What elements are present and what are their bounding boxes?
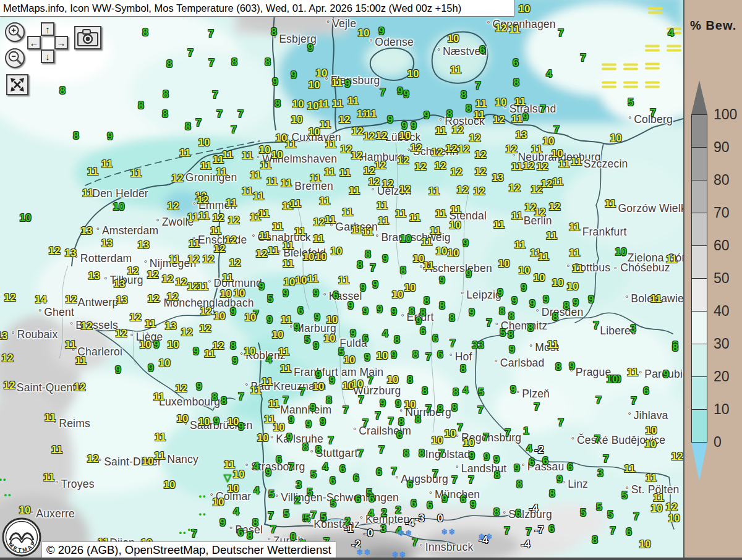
station-temperature-value: 9 <box>348 300 353 311</box>
fullscreen-button[interactable] <box>6 74 28 95</box>
camera-icon <box>77 29 98 46</box>
station-temperature-value: 8 <box>400 265 406 276</box>
station-temperature-value: 12 <box>375 160 386 171</box>
station-temperature-value: 7 <box>425 352 431 362</box>
station-temperature-value: 12 <box>411 143 422 153</box>
pan-up-button[interactable]: ↑ <box>41 22 54 36</box>
station-temperature-value: 10 <box>324 333 336 344</box>
bottom-window-edge <box>0 558 742 560</box>
station-temperature-value: 12 <box>168 201 179 211</box>
station-temperature-value: 11 <box>650 294 662 304</box>
station-temperature-value: 11 <box>313 234 324 244</box>
station-temperature-value: 9 <box>258 281 264 292</box>
zoom-in-button[interactable] <box>5 22 25 42</box>
station-temperature-value: 8 <box>592 535 597 545</box>
zoom-out-button[interactable] <box>5 48 25 68</box>
fog-symbol-icon <box>667 45 681 52</box>
station-temperature-value: 12 <box>176 383 187 394</box>
station-temperature-value: 11 <box>259 231 270 241</box>
station-temperature-value: 0 <box>290 532 296 542</box>
station-temperature-value: 11 <box>75 355 87 366</box>
station-temperature-value: 0 <box>437 513 443 524</box>
station-temperature-value: 10 <box>495 97 507 108</box>
station-temperature-value: -2 <box>534 444 544 455</box>
station-temperature-value: 7 <box>475 80 480 91</box>
station-temperature-value: 9 <box>663 369 668 380</box>
station-temperature-value: 12 <box>369 177 380 187</box>
station-temperature-value: 10 <box>315 252 327 262</box>
station-temperature-value: 7 <box>595 395 601 405</box>
station-temperature-value: -1 <box>344 524 353 534</box>
station-temperature-value: 11 <box>605 198 616 209</box>
station-temperature-value: 8 <box>527 323 533 333</box>
station-temperature-value: 11 <box>325 214 336 225</box>
station-temperature-value: 8 <box>422 386 427 396</box>
station-temperature-value: 9 <box>463 238 468 248</box>
station-temperature-value: 11 <box>493 219 505 230</box>
station-temperature-value: 12 <box>181 327 193 337</box>
station-temperature-value: 8 <box>453 387 458 397</box>
station-temperature-value: 11 <box>278 347 289 357</box>
station-temperature-value: 7 <box>650 108 655 118</box>
station-temperature-value: 5 <box>268 489 274 499</box>
station-temperature-value: 10 <box>234 288 245 299</box>
station-temperature-value: 12 <box>4 292 16 303</box>
legend-tick-label: 0 <box>714 435 722 449</box>
legend-arrow-top <box>691 80 707 114</box>
metmaps-logo: METMAPS <box>1 517 42 558</box>
station-temperature-value: 7 <box>343 405 348 415</box>
station-temperature-value: 8 <box>460 363 466 374</box>
station-temperature-value: 11 <box>571 156 582 167</box>
station-temperature-value: 10 <box>358 28 370 38</box>
city-label: Groningen <box>180 171 237 184</box>
station-temperature-value: 10 <box>292 99 304 109</box>
station-temperature-value: 7 <box>505 428 510 438</box>
snapshot-button[interactable] <box>74 26 101 49</box>
station-temperature-value: 11 <box>538 252 549 262</box>
station-temperature-value: 9 <box>387 114 393 125</box>
station-temperature-value: 10 <box>142 456 154 467</box>
station-temperature-value: 12 <box>213 341 224 351</box>
station-temperature-value: 12 <box>313 217 325 227</box>
fog-symbol-icon <box>602 64 616 70</box>
station-temperature-value: 10 <box>291 114 303 125</box>
station-temperature-value: 11 <box>198 211 210 221</box>
station-temperature-value: 11 <box>43 472 54 483</box>
city-label: Jihlava <box>628 409 668 422</box>
station-temperature-value: 12 <box>229 258 241 268</box>
pan-right-button[interactable]: → <box>54 36 68 49</box>
station-temperature-value: 9 <box>305 419 311 430</box>
map-canvas[interactable]: Den HelderGroningenEsbjergVejleOdenseNæs… <box>0 0 683 560</box>
station-temperature-value: 5 <box>320 512 326 522</box>
station-temperature-value: 11 <box>283 258 294 269</box>
pan-left-button[interactable]: ← <box>27 36 41 49</box>
station-temperature-value: 11 <box>87 166 98 177</box>
station-temperature-value: 8 <box>494 470 500 480</box>
station-temperature-value: 9 <box>313 341 318 351</box>
station-temperature-value: 10 <box>651 503 663 514</box>
station-temperature-value: 11 <box>474 109 485 120</box>
station-temperature-value: 8 <box>493 507 499 517</box>
pan-down-button[interactable]: ↓ <box>41 49 54 63</box>
station-temperature-value: 11 <box>285 139 296 150</box>
station-temperature-value: 11 <box>179 148 190 158</box>
city-label: Nancy <box>161 453 198 466</box>
station-temperature-value: 10 <box>309 80 320 90</box>
station-temperature-value: 8 <box>271 27 276 37</box>
city-label: Szczecin <box>578 158 628 171</box>
station-temperature-value: 7 <box>208 28 213 39</box>
station-temperature-value: 11 <box>268 399 279 409</box>
station-temperature-value: 11 <box>213 155 224 165</box>
station-temperature-value: 11 <box>216 167 227 177</box>
station-temperature-value: 12 <box>225 235 237 245</box>
station-temperature-value: 7 <box>216 109 222 119</box>
station-temperature-value: 8 <box>499 306 505 316</box>
station-temperature-value: 9 <box>509 344 514 355</box>
station-temperature-value: 3 <box>380 524 386 534</box>
station-temperature-value: 10 <box>272 329 284 340</box>
station-temperature-value: 10 <box>316 68 328 78</box>
station-temperature-value: 11 <box>82 188 93 198</box>
station-temperature-value: 7 <box>412 537 417 548</box>
legend-tick-label: 100 <box>714 108 737 122</box>
station-temperature-value: 12 <box>364 166 375 176</box>
